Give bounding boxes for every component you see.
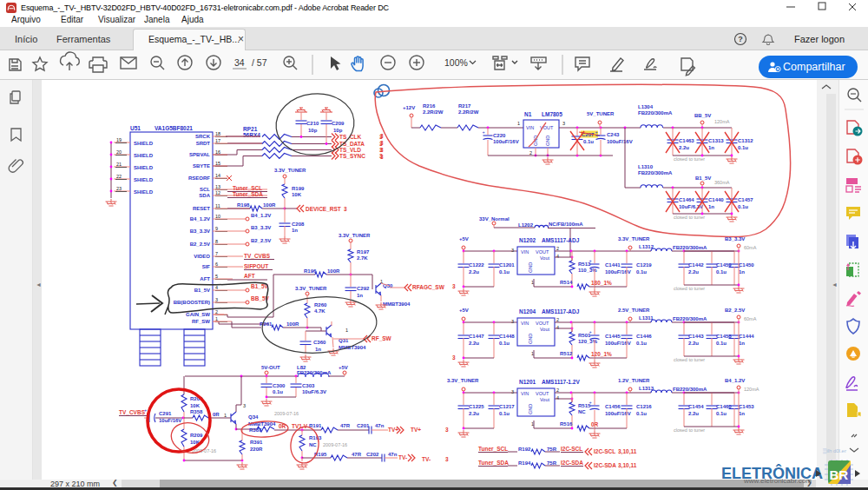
svg-text:21: 21 (116, 162, 122, 167)
svg-text:Tuner_SDA: Tuner_SDA (478, 460, 509, 466)
svg-text:C1444: C1444 (739, 334, 754, 339)
svg-text:FB220/300mA: FB220/300mA (673, 245, 707, 250)
svg-text:C208: C208 (292, 222, 305, 227)
svg-text:100R: 100R (286, 321, 299, 327)
svg-text:+5V: +5V (459, 308, 469, 313)
svg-text:L1202: L1202 (518, 222, 534, 228)
svg-text:C1450: C1450 (739, 262, 754, 268)
svg-text:22: 22 (116, 174, 122, 179)
svg-text:14: 14 (215, 173, 220, 178)
svg-text:B2_2.5V: B2_2.5V (251, 238, 271, 243)
svg-text:8: 8 (215, 239, 218, 244)
svg-text:6: 6 (215, 262, 218, 267)
svg-text:0.1u: 0.1u (716, 411, 727, 416)
svg-text:SHIELD: SHIELD (134, 165, 154, 170)
svg-text:TV-: TV- (398, 454, 407, 460)
svg-text:B1_5V: B1_5V (695, 175, 711, 181)
svg-text:NC: NC (309, 442, 317, 447)
svg-text:RF_SW: RF_SW (372, 335, 392, 341)
svg-text:2: 2 (556, 246, 559, 251)
svg-text:C1448: C1448 (499, 334, 515, 339)
svg-text:FB220/300mA: FB220/300mA (638, 110, 673, 116)
svg-text:1: 1 (517, 121, 520, 126)
svg-text:C291: C291 (159, 411, 172, 416)
svg-text:Tuner_SCL: Tuner_SCL (233, 185, 262, 191)
svg-text:C360: C360 (313, 340, 326, 345)
svg-text:1: 1 (224, 413, 227, 418)
svg-text:0.1u: 0.1u (636, 411, 647, 416)
svg-text:10p: 10p (308, 128, 318, 133)
svg-text:BR: BR (830, 467, 849, 482)
svg-text:C1464: C1464 (679, 197, 694, 202)
svg-text:FB220/300mA: FB220/300mA (638, 170, 673, 175)
svg-text:C1456: C1456 (605, 404, 621, 409)
svg-text:4: 4 (556, 325, 559, 330)
svg-text:4.7K: 4.7K (314, 308, 326, 314)
svg-text:5V-OUT: 5V-OUT (261, 365, 280, 370)
svg-text:VOUT: VOUT (536, 391, 549, 396)
svg-text:C1463: C1463 (679, 138, 694, 143)
svg-text:3.3V_TUNER: 3.3V_TUNER (339, 233, 371, 238)
svg-text:120mA: 120mA (714, 119, 730, 124)
svg-text:3.3V_TUNER: 3.3V_TUNER (274, 168, 306, 173)
svg-text:3: 3 (511, 248, 514, 253)
svg-text:NC: NC (578, 409, 586, 414)
svg-text:1n: 1n (292, 228, 298, 233)
svg-text:C1453: C1453 (739, 404, 754, 409)
svg-text:SHIELD: SHIELD (134, 177, 154, 182)
svg-text:VIDEO: VIDEO (194, 254, 210, 259)
svg-text:2.2u: 2.2u (469, 411, 479, 416)
svg-text:2.2u: 2.2u (688, 411, 699, 416)
svg-text:R196: R196 (304, 268, 317, 274)
svg-text:SCL: SCL (200, 187, 210, 192)
svg-text:3: 3 (445, 427, 449, 433)
svg-text:DEVICE_RST: DEVICE_RST (306, 206, 341, 212)
svg-text:R512: R512 (560, 351, 573, 356)
svg-text:I2C-SDA: I2C-SDA (594, 462, 616, 468)
svg-text:2009-07-16: 2009-07-16 (323, 442, 347, 447)
svg-text:SHIELD: SHIELD (134, 153, 154, 158)
svg-text:2.2u: 2.2u (688, 269, 699, 275)
svg-text:11: 11 (215, 203, 220, 209)
svg-text:SIF: SIF (202, 264, 211, 269)
svg-text:R217: R217 (458, 103, 471, 109)
svg-text:0.1u: 0.1u (636, 341, 647, 346)
svg-text:2.2u: 2.2u (688, 341, 699, 346)
svg-text:1n: 1n (357, 293, 363, 298)
svg-text:C1312: C1312 (738, 138, 753, 143)
svg-text:C220: C220 (493, 133, 506, 138)
svg-text:RESET: RESET (193, 206, 210, 211)
svg-text:TV+: TV+ (411, 427, 421, 433)
svg-text:VOUT: VOUT (536, 249, 549, 255)
svg-text:3: 3 (380, 133, 384, 139)
svg-text:VA1G5BF8021: VA1G5BF8021 (155, 125, 193, 131)
svg-text:1: 1 (345, 328, 348, 333)
svg-text:56RX4: 56RX4 (243, 132, 260, 138)
svg-text:GND: GND (528, 404, 533, 414)
svg-text:closed to tuner: closed to tuner (674, 357, 705, 362)
svg-text:2: 2 (556, 317, 559, 322)
svg-text:LM7805: LM7805 (542, 111, 562, 117)
svg-text:AMS1117-ADJ: AMS1117-ADJ (542, 237, 580, 243)
svg-text:R391: R391 (250, 440, 263, 445)
svg-text:3: 3 (380, 140, 384, 146)
svg-text:C1201: C1201 (499, 262, 515, 268)
svg-text:75R: 75R (547, 447, 557, 452)
svg-text:C210: C210 (306, 121, 319, 126)
svg-text:2: 2 (556, 387, 559, 393)
svg-text:0.1u: 0.1u (716, 341, 727, 346)
svg-text:0.1u: 0.1u (499, 269, 510, 275)
svg-text:100R: 100R (263, 202, 276, 208)
svg-text:C1457: C1457 (738, 197, 753, 202)
svg-text:BB(BOOSTER): BB(BOOSTER) (174, 300, 210, 305)
svg-text:3: 3 (452, 283, 456, 289)
svg-text:15: 15 (215, 161, 220, 166)
svg-text:B1_5V: B1_5V (194, 288, 210, 293)
svg-text:60mA: 60mA (744, 245, 757, 250)
svg-text:0.1u: 0.1u (273, 389, 283, 394)
svg-text:Vout: Vout (540, 327, 549, 332)
svg-text:C1217: C1217 (499, 404, 515, 409)
svg-text:?: ? (738, 35, 743, 43)
svg-text:C1442: C1442 (688, 262, 704, 268)
svg-text:3: 3 (215, 297, 218, 302)
